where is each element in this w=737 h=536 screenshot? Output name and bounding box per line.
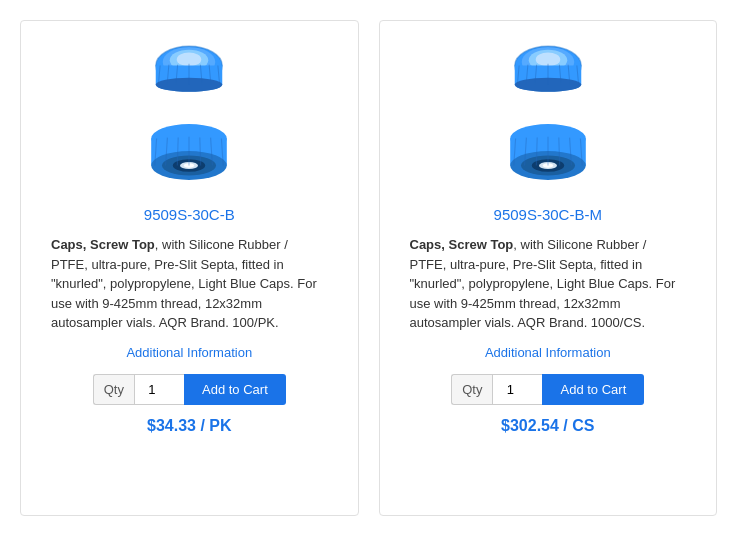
products-container: 9509S-30C-B Caps, Screw Top, with Silico… xyxy=(10,10,727,526)
add-to-cart-button-2[interactable]: Add to Cart xyxy=(542,374,644,405)
qty-input-1[interactable] xyxy=(134,374,184,405)
product-card-1: 9509S-30C-B Caps, Screw Top, with Silico… xyxy=(20,20,359,516)
qty-label-1: Qty xyxy=(93,374,134,405)
product-description-2: Caps, Screw Top, with Silicone Rubber / … xyxy=(410,235,687,333)
qty-label-2: Qty xyxy=(451,374,492,405)
product-image-top-2 xyxy=(508,41,588,111)
add-to-cart-row-2: Qty Add to Cart xyxy=(451,374,644,405)
product-image-bottom-1 xyxy=(144,119,234,194)
product-image-top-1 xyxy=(149,41,229,111)
additional-info-link-2[interactable]: Additional Information xyxy=(485,345,611,360)
add-to-cart-row-1: Qty Add to Cart xyxy=(93,374,286,405)
product-sku-1[interactable]: 9509S-30C-B xyxy=(144,206,235,223)
additional-info-link-1[interactable]: Additional Information xyxy=(126,345,252,360)
product-price-2: $302.54 / CS xyxy=(501,417,594,435)
product-images-1 xyxy=(144,41,234,194)
product-description-bold-2: Caps, Screw Top xyxy=(410,237,514,252)
qty-input-2[interactable] xyxy=(492,374,542,405)
product-image-bottom-2 xyxy=(503,119,593,194)
product-images-2 xyxy=(503,41,593,194)
add-to-cart-button-1[interactable]: Add to Cart xyxy=(184,374,286,405)
product-description-bold-1: Caps, Screw Top xyxy=(51,237,155,252)
product-sku-2[interactable]: 9509S-30C-B-M xyxy=(494,206,602,223)
product-card-2: 9509S-30C-B-M Caps, Screw Top, with Sili… xyxy=(379,20,718,516)
product-price-1: $34.33 / PK xyxy=(147,417,232,435)
product-description-1: Caps, Screw Top, with Silicone Rubber / … xyxy=(51,235,328,333)
